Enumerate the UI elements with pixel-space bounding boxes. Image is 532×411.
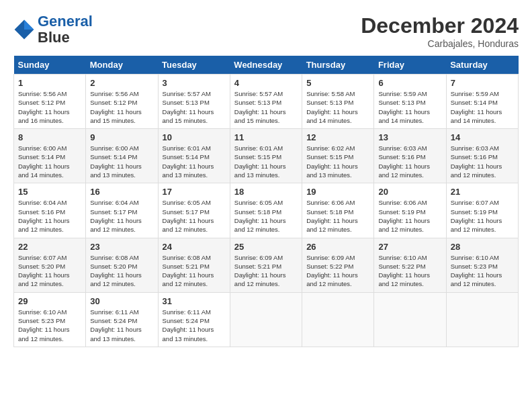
day-number: 13 bbox=[378, 132, 441, 142]
calendar-day-19: 19Sunrise: 6:06 AM Sunset: 5:18 PM Dayli… bbox=[302, 183, 374, 238]
day-number: 29 bbox=[18, 296, 81, 306]
logo: GeneralBlue bbox=[13, 13, 93, 46]
calendar-day-9: 9Sunrise: 6:00 AM Sunset: 5:14 PM Daylig… bbox=[86, 129, 158, 183]
day-info: Sunrise: 6:01 AM Sunset: 5:14 PM Dayligh… bbox=[163, 144, 226, 179]
day-number: 7 bbox=[451, 78, 514, 88]
day-number: 19 bbox=[306, 187, 369, 197]
day-info: Sunrise: 6:04 AM Sunset: 5:17 PM Dayligh… bbox=[90, 198, 153, 234]
calendar-day-4: 4Sunrise: 5:57 AM Sunset: 5:13 PM Daylig… bbox=[230, 75, 302, 129]
day-number: 2 bbox=[90, 78, 153, 88]
calendar-day-27: 27Sunrise: 6:10 AM Sunset: 5:22 PM Dayli… bbox=[374, 238, 446, 292]
calendar-day-24: 24Sunrise: 6:08 AM Sunset: 5:21 PM Dayli… bbox=[158, 238, 230, 292]
day-number: 10 bbox=[163, 132, 226, 142]
calendar-day-31: 31Sunrise: 6:11 AM Sunset: 5:24 PM Dayli… bbox=[158, 292, 230, 347]
day-info: Sunrise: 6:01 AM Sunset: 5:15 PM Dayligh… bbox=[234, 144, 298, 179]
day-number: 20 bbox=[378, 187, 441, 197]
day-number: 27 bbox=[378, 242, 441, 252]
day-info: Sunrise: 6:11 AM Sunset: 5:24 PM Dayligh… bbox=[90, 308, 153, 343]
calendar-day-30: 30Sunrise: 6:11 AM Sunset: 5:24 PM Dayli… bbox=[86, 292, 158, 347]
day-number: 4 bbox=[234, 78, 298, 88]
calendar-day-6: 6Sunrise: 5:59 AM Sunset: 5:13 PM Daylig… bbox=[374, 75, 446, 129]
calendar-day-29: 29Sunrise: 6:10 AM Sunset: 5:23 PM Dayli… bbox=[14, 292, 86, 347]
week-row-1: 1Sunrise: 5:56 AM Sunset: 5:12 PM Daylig… bbox=[14, 75, 519, 129]
day-info: Sunrise: 5:59 AM Sunset: 5:14 PM Dayligh… bbox=[451, 89, 514, 125]
day-number: 14 bbox=[451, 132, 514, 142]
day-info: Sunrise: 6:08 AM Sunset: 5:20 PM Dayligh… bbox=[90, 253, 153, 289]
day-info: Sunrise: 6:02 AM Sunset: 5:15 PM Dayligh… bbox=[306, 144, 369, 179]
day-info: Sunrise: 6:04 AM Sunset: 5:16 PM Dayligh… bbox=[18, 198, 81, 234]
day-header-tuesday: Tuesday bbox=[158, 56, 230, 75]
day-number: 23 bbox=[90, 242, 153, 252]
day-info: Sunrise: 5:57 AM Sunset: 5:13 PM Dayligh… bbox=[234, 89, 298, 125]
day-number: 30 bbox=[90, 296, 153, 306]
day-info: Sunrise: 6:08 AM Sunset: 5:21 PM Dayligh… bbox=[163, 253, 226, 289]
svg-marker-1 bbox=[24, 20, 34, 30]
day-number: 3 bbox=[163, 78, 226, 88]
calendar-day-25: 25Sunrise: 6:09 AM Sunset: 5:21 PM Dayli… bbox=[230, 238, 302, 292]
calendar-day-14: 14Sunrise: 6:03 AM Sunset: 5:16 PM Dayli… bbox=[446, 129, 518, 183]
day-number: 17 bbox=[163, 187, 226, 197]
location: Carbajales, Honduras bbox=[361, 38, 519, 49]
calendar-day-16: 16Sunrise: 6:04 AM Sunset: 5:17 PM Dayli… bbox=[86, 183, 158, 238]
day-header-sunday: Sunday bbox=[14, 56, 86, 75]
day-info: Sunrise: 6:10 AM Sunset: 5:22 PM Dayligh… bbox=[378, 253, 441, 289]
logo-icon bbox=[13, 19, 35, 40]
day-header-saturday: Saturday bbox=[446, 56, 518, 75]
month-title: December 2024 bbox=[361, 13, 519, 38]
day-number: 26 bbox=[306, 242, 369, 252]
empty-cell bbox=[230, 292, 302, 347]
day-number: 1 bbox=[18, 78, 81, 88]
day-info: Sunrise: 6:00 AM Sunset: 5:14 PM Dayligh… bbox=[18, 144, 81, 179]
calendar-day-22: 22Sunrise: 6:07 AM Sunset: 5:20 PM Dayli… bbox=[14, 238, 86, 292]
day-header-friday: Friday bbox=[374, 56, 446, 75]
day-header-thursday: Thursday bbox=[302, 56, 374, 75]
calendar-day-21: 21Sunrise: 6:07 AM Sunset: 5:19 PM Dayli… bbox=[446, 183, 518, 238]
calendar-day-17: 17Sunrise: 6:05 AM Sunset: 5:17 PM Dayli… bbox=[158, 183, 230, 238]
calendar-day-3: 3Sunrise: 5:57 AM Sunset: 5:13 PM Daylig… bbox=[158, 75, 230, 129]
day-info: Sunrise: 6:09 AM Sunset: 5:22 PM Dayligh… bbox=[306, 253, 369, 289]
day-info: Sunrise: 6:05 AM Sunset: 5:18 PM Dayligh… bbox=[234, 198, 298, 234]
day-info: Sunrise: 6:09 AM Sunset: 5:21 PM Dayligh… bbox=[234, 253, 298, 289]
week-row-2: 8Sunrise: 6:00 AM Sunset: 5:14 PM Daylig… bbox=[14, 129, 519, 183]
day-number: 31 bbox=[163, 296, 226, 306]
day-header-wednesday: Wednesday bbox=[230, 56, 302, 75]
week-row-4: 22Sunrise: 6:07 AM Sunset: 5:20 PM Dayli… bbox=[14, 238, 519, 292]
day-number: 8 bbox=[18, 132, 81, 142]
calendar-day-13: 13Sunrise: 6:03 AM Sunset: 5:16 PM Dayli… bbox=[374, 129, 446, 183]
day-number: 16 bbox=[90, 187, 153, 197]
calendar-day-28: 28Sunrise: 6:10 AM Sunset: 5:23 PM Dayli… bbox=[446, 238, 518, 292]
calendar-day-2: 2Sunrise: 5:56 AM Sunset: 5:12 PM Daylig… bbox=[86, 75, 158, 129]
calendar-day-7: 7Sunrise: 5:59 AM Sunset: 5:14 PM Daylig… bbox=[446, 75, 518, 129]
day-number: 28 bbox=[451, 242, 514, 252]
page-header: GeneralBlue December 2024 Carbajales, Ho… bbox=[13, 13, 519, 49]
title-block: December 2024 Carbajales, Honduras bbox=[361, 13, 519, 49]
day-info: Sunrise: 6:06 AM Sunset: 5:19 PM Dayligh… bbox=[378, 198, 441, 234]
calendar-day-1: 1Sunrise: 5:56 AM Sunset: 5:12 PM Daylig… bbox=[14, 75, 86, 129]
day-number: 6 bbox=[378, 78, 441, 88]
day-number: 25 bbox=[234, 242, 298, 252]
day-info: Sunrise: 5:56 AM Sunset: 5:12 PM Dayligh… bbox=[18, 89, 81, 125]
calendar-day-26: 26Sunrise: 6:09 AM Sunset: 5:22 PM Dayli… bbox=[302, 238, 374, 292]
logo-text: GeneralBlue bbox=[38, 13, 93, 46]
calendar-day-8: 8Sunrise: 6:00 AM Sunset: 5:14 PM Daylig… bbox=[14, 129, 86, 183]
day-number: 5 bbox=[306, 78, 369, 88]
empty-cell bbox=[374, 292, 446, 347]
day-number: 11 bbox=[234, 132, 298, 142]
day-number: 15 bbox=[18, 187, 81, 197]
calendar-day-23: 23Sunrise: 6:08 AM Sunset: 5:20 PM Dayli… bbox=[86, 238, 158, 292]
week-row-5: 29Sunrise: 6:10 AM Sunset: 5:23 PM Dayli… bbox=[14, 292, 519, 347]
day-info: Sunrise: 5:56 AM Sunset: 5:12 PM Dayligh… bbox=[90, 89, 153, 125]
day-number: 22 bbox=[18, 242, 81, 252]
day-info: Sunrise: 5:58 AM Sunset: 5:13 PM Dayligh… bbox=[306, 89, 369, 125]
day-info: Sunrise: 6:03 AM Sunset: 5:16 PM Dayligh… bbox=[378, 144, 441, 179]
day-number: 12 bbox=[306, 132, 369, 142]
day-info: Sunrise: 6:07 AM Sunset: 5:20 PM Dayligh… bbox=[18, 253, 81, 289]
week-row-3: 15Sunrise: 6:04 AM Sunset: 5:16 PM Dayli… bbox=[14, 183, 519, 238]
day-info: Sunrise: 6:05 AM Sunset: 5:17 PM Dayligh… bbox=[163, 198, 226, 234]
day-number: 24 bbox=[163, 242, 226, 252]
day-info: Sunrise: 5:57 AM Sunset: 5:13 PM Dayligh… bbox=[163, 89, 226, 125]
calendar-day-5: 5Sunrise: 5:58 AM Sunset: 5:13 PM Daylig… bbox=[302, 75, 374, 129]
calendar-day-18: 18Sunrise: 6:05 AM Sunset: 5:18 PM Dayli… bbox=[230, 183, 302, 238]
day-headers-row: SundayMondayTuesdayWednesdayThursdayFrid… bbox=[14, 56, 519, 75]
calendar-day-12: 12Sunrise: 6:02 AM Sunset: 5:15 PM Dayli… bbox=[302, 129, 374, 183]
